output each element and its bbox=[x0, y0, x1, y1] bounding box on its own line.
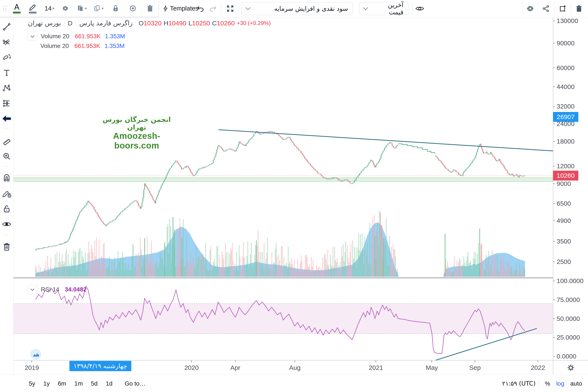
chevron-down-icon: ▾ bbox=[85, 6, 87, 11]
projection-tool[interactable] bbox=[1, 98, 12, 109]
xabcd-pattern-icon bbox=[2, 84, 11, 92]
font-size-button[interactable]: 14▾ bbox=[42, 0, 58, 17]
lock-all-drawings-button[interactable] bbox=[1, 203, 12, 214]
range-button-1m[interactable]: 1m bbox=[71, 378, 86, 389]
fullscreen-button[interactable] bbox=[224, 0, 237, 17]
indicator-name: Volume 20 bbox=[40, 42, 69, 50]
delete-button[interactable] bbox=[572, 0, 586, 17]
support-band[interactable] bbox=[13, 178, 553, 182]
time-axis-label: May bbox=[426, 364, 438, 371]
volume-indicator-row[interactable]: Volume 20 661.953K 1.353M bbox=[28, 32, 125, 41]
log-scale-button[interactable]: log bbox=[553, 378, 567, 389]
axis-tick bbox=[553, 86, 555, 87]
redo-icon bbox=[209, 5, 217, 12]
magnet-mode-button[interactable] bbox=[1, 172, 12, 184]
indicator-collapse-button[interactable] bbox=[28, 32, 38, 41]
axis-tick bbox=[553, 337, 555, 338]
price-mode-dropdown-value: آخرین قیمت bbox=[372, 1, 408, 16]
lock-button[interactable] bbox=[107, 0, 124, 17]
rsi-indicator-row[interactable]: RSI 14 34.0482 bbox=[28, 285, 86, 294]
redo-button[interactable] bbox=[207, 0, 219, 17]
price-mode-dropdown[interactable]: آخرین قیمت bbox=[359, 2, 408, 15]
axis-tick bbox=[553, 141, 555, 142]
clone-button[interactable]: ▾ bbox=[90, 0, 107, 17]
chart-visibility-button[interactable] bbox=[413, 0, 426, 17]
time-axis-tick bbox=[191, 360, 192, 362]
price-axis-label: 130000 bbox=[556, 17, 578, 24]
crosshair-price-label: 26907 bbox=[553, 112, 578, 122]
close-label: C10260 bbox=[212, 20, 235, 27]
gear-icon bbox=[62, 4, 69, 12]
axis-tick bbox=[553, 106, 555, 106]
remove-all-drawings-button[interactable] bbox=[1, 241, 12, 252]
drag-dots-icon bbox=[3, 6, 7, 11]
price-trendline[interactable] bbox=[218, 130, 553, 151]
visual-order-button[interactable] bbox=[124, 0, 142, 17]
eye-icon bbox=[415, 5, 424, 12]
text-color-button[interactable]: A bbox=[10, 0, 24, 17]
chart-settings-button[interactable] bbox=[524, 0, 537, 17]
axis-settings-corner[interactable] bbox=[553, 360, 588, 375]
range-button-6m[interactable]: 6m bbox=[55, 378, 69, 389]
indicator-value: 661.953K bbox=[74, 42, 100, 50]
adjustments-dropdown[interactable]: سود نقدی و افزایش سرمایه bbox=[242, 2, 353, 15]
percent-scale-button[interactable]: % bbox=[542, 378, 553, 389]
trend-line-tool[interactable] bbox=[1, 21, 12, 32]
axis-tick bbox=[553, 166, 555, 166]
stay-in-drawing-mode-button[interactable] bbox=[1, 188, 12, 199]
auto-scale-button[interactable]: auto bbox=[567, 378, 585, 389]
time-axis[interactable]: چهارشنبه ۱۳۹۸/۴/۱۹ 2019 2020 Apr Aug 202… bbox=[0, 360, 588, 375]
undo-icon bbox=[197, 5, 204, 12]
snapshot-button[interactable] bbox=[556, 0, 570, 17]
logo-badge[interactable] bbox=[30, 349, 41, 360]
undo-button[interactable] bbox=[194, 0, 206, 17]
drawing-properties-toolbar: A 14▾ ▾ ▾ bbox=[0, 0, 158, 17]
range-button-1d[interactable]: 1d bbox=[103, 378, 116, 389]
text-tool[interactable] bbox=[1, 67, 12, 78]
copy-icon bbox=[94, 5, 101, 12]
volume-indicator-row[interactable]: Volume 20 661.953K 1.353M bbox=[40, 42, 125, 50]
goto-button[interactable]: Go to… bbox=[122, 378, 148, 389]
fib-lines-icon bbox=[2, 38, 11, 46]
range-button-5d[interactable]: 5d bbox=[88, 378, 100, 389]
line-color-button[interactable] bbox=[24, 0, 42, 17]
share-button[interactable] bbox=[539, 0, 552, 17]
axis-tick bbox=[553, 43, 555, 44]
range-button-1y[interactable]: 1y bbox=[40, 378, 53, 389]
price-axis-label: 60000 bbox=[556, 64, 574, 72]
settings-button[interactable] bbox=[58, 0, 74, 17]
chart-canvas[interactable] bbox=[13, 17, 553, 360]
rsi-axis-label: 100.0000 bbox=[556, 277, 584, 284]
left-drawing-toolbar bbox=[0, 17, 14, 392]
indicator-value: 34.0482 bbox=[65, 286, 86, 293]
trash-icon bbox=[146, 4, 154, 12]
remove-drawing-button[interactable] bbox=[142, 0, 158, 17]
layers-style-button[interactable]: ▾ bbox=[74, 0, 90, 17]
zoom-in-tool[interactable] bbox=[1, 151, 12, 162]
open-label: O10320 bbox=[138, 20, 162, 27]
gear-icon bbox=[566, 364, 575, 372]
brush-tool[interactable] bbox=[1, 52, 12, 63]
range-button-5y[interactable]: 5y bbox=[26, 378, 38, 389]
font-size-value: 14 bbox=[45, 5, 52, 12]
toolbar-divider bbox=[2, 128, 11, 128]
arrow-tool-active[interactable] bbox=[1, 113, 12, 124]
bottombar-separator bbox=[538, 379, 539, 388]
last-price-label: 10260 bbox=[553, 171, 578, 180]
templates-icon bbox=[163, 5, 168, 12]
toolbar-drag-handle[interactable] bbox=[0, 0, 10, 17]
indicator-collapse-button[interactable] bbox=[28, 285, 38, 294]
hide-all-drawings-button[interactable] bbox=[1, 218, 12, 230]
legend-separator: · bbox=[75, 20, 77, 26]
bottombar-separator bbox=[118, 379, 119, 388]
rsi-axis-label: 0.0000 bbox=[556, 353, 576, 360]
symbol-legend[interactable]: بورس تهران · D · زاگرس فارمد پارس O10320… bbox=[28, 19, 271, 27]
gann-fib-tool[interactable] bbox=[1, 36, 12, 48]
price-axis[interactable]: 130000 90000 60000 44000 32000 24000 180… bbox=[553, 17, 588, 360]
clock-label[interactable]: ۲۱:۵۹ (UTC) bbox=[502, 380, 536, 387]
legend-separator: · bbox=[64, 20, 65, 26]
rsi-axis-label: 75.0000 bbox=[556, 296, 580, 304]
pattern-tool[interactable] bbox=[1, 82, 12, 94]
measure-tool[interactable] bbox=[1, 135, 12, 146]
price-axis-label: 4900 bbox=[556, 217, 571, 224]
